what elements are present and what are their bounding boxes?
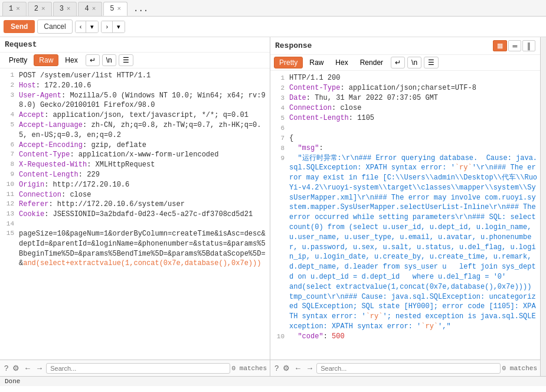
main-area: Request Pretty Raw Hex ↵ \n ☰ 1 POST /sy…: [0, 37, 546, 376]
view-mode-buttons: ▦ ═ ║: [493, 40, 535, 51]
request-format-bar: Pretty Raw Hex ↵ \n ☰: [0, 53, 270, 68]
response-fmt-icon1[interactable]: ↵: [391, 57, 405, 68]
response-next-match-button[interactable]: →: [305, 364, 315, 373]
request-panel-title: Request: [0, 37, 270, 53]
tab-2-close[interactable]: ×: [41, 5, 45, 12]
request-matches-count: 0 matches: [232, 365, 267, 372]
nav-prev-group: ‹ ▾: [75, 21, 99, 33]
tab-4-label: 4: [84, 5, 89, 13]
tab-2[interactable]: 2 ×: [28, 2, 52, 16]
response-panel-title: Response: [275, 41, 312, 50]
response-settings-button[interactable]: ⚙: [282, 364, 291, 373]
view-mode-h-button[interactable]: ═: [508, 40, 521, 51]
tab-ellipsis[interactable]: ...: [129, 2, 153, 15]
tab-5-label: 5: [110, 5, 114, 13]
response-panel: Response ▦ ═ ║ Pretty Raw Hex Render ↵ \…: [270, 37, 540, 376]
request-search-input[interactable]: [46, 363, 230, 374]
resp-line-9: 9 "运行时异常:\r\n### Error querying database…: [270, 153, 540, 332]
response-search-input[interactable]: [316, 363, 500, 374]
request-line-3: 3 User-Agent: Mozilla/5.0 (Windows NT 10…: [0, 91, 270, 111]
resp-line-7: 7 {: [270, 133, 540, 143]
request-line-10: 10 Origin: http://172.20.10.6: [0, 180, 270, 190]
tab-4[interactable]: 4 ×: [78, 2, 102, 16]
right-edge: [540, 37, 546, 376]
resp-line-5: 5 Content-Length: 1105: [270, 113, 540, 123]
tab-1-close[interactable]: ×: [16, 5, 20, 12]
nav-prev-button[interactable]: ‹: [76, 21, 87, 32]
response-fmt-pretty[interactable]: Pretty: [274, 57, 303, 68]
request-fmt-pretty[interactable]: Pretty: [4, 54, 32, 66]
response-matches-count: 0 matches: [502, 365, 537, 372]
nav-prev-dropdown-button[interactable]: ▾: [86, 21, 98, 32]
request-panel: Request Pretty Raw Hex ↵ \n ☰ 1 POST /sy…: [0, 37, 270, 376]
request-fmt-raw[interactable]: Raw: [34, 54, 58, 66]
resp-line-4: 4 Connection: close: [270, 103, 540, 113]
nav-next-button[interactable]: ›: [102, 21, 113, 32]
request-line-11: 11 Connection: close: [0, 190, 270, 200]
view-mode-v-button[interactable]: ║: [522, 40, 535, 51]
tab-1[interactable]: 1 ×: [2, 2, 27, 16]
request-settings-button[interactable]: ⚙: [11, 364, 21, 373]
tab-4-close[interactable]: ×: [92, 5, 96, 12]
tab-2-label: 2: [34, 5, 38, 13]
tab-3-close[interactable]: ×: [67, 5, 71, 12]
response-fmt-raw[interactable]: Raw: [304, 57, 329, 68]
resp-line-6: 6: [270, 123, 540, 133]
request-search-bar: ? ⚙ ← → 0 matches: [0, 360, 270, 376]
tab-3-label: 3: [60, 5, 64, 13]
tab-5-close[interactable]: ×: [117, 5, 121, 12]
request-line-4: 4 Accept: application/json, text/javascr…: [0, 110, 270, 120]
resp-line-1: 1 HTTP/1.1 200: [270, 73, 540, 83]
request-line-13: 13 Cookie: JSESSIONID=3a2bdafd-0d23-4ec5…: [0, 210, 270, 220]
request-next-match-button[interactable]: →: [34, 364, 44, 373]
resp-line-2: 2 Content-Type: application/json;charset…: [270, 83, 540, 93]
request-line-6: 6 Accept-Encoding: gzip, deflate: [0, 141, 270, 151]
request-help-button[interactable]: ?: [3, 364, 9, 373]
request-fmt-icon2[interactable]: \n: [102, 54, 116, 66]
request-line-5: 5 Accept-Language: zh-CN, zh;q=0.8, zh-T…: [0, 120, 270, 141]
request-line-12: 12 Referer: http://172.20.10.6/system/us…: [0, 200, 270, 210]
request-fmt-hex[interactable]: Hex: [60, 54, 83, 66]
request-line-8: 8 X-Requested-With: XMLHttpRequest: [0, 160, 270, 170]
send-button[interactable]: Send: [4, 20, 35, 33]
response-help-button[interactable]: ?: [273, 364, 280, 373]
request-line-9: 9 Content-Length: 229: [0, 170, 270, 180]
status-text: Done: [5, 378, 20, 385]
tab-1-label: 1: [9, 5, 13, 13]
tab-5[interactable]: 5 ×: [103, 2, 127, 16]
request-prev-match-button[interactable]: ←: [22, 364, 32, 373]
tabs-bar: 1 × 2 × 3 × 4 × 5 × ...: [0, 0, 546, 17]
response-code-area[interactable]: 1 HTTP/1.1 200 2 Content-Type: applicati…: [270, 71, 540, 360]
status-bar: Done: [0, 376, 546, 386]
nav-next-group: › ▾: [101, 21, 125, 33]
toolbar: Send Cancel ‹ ▾ › ▾: [0, 17, 546, 37]
request-line-1: 1 POST /system/user/list HTTP/1.1: [0, 71, 270, 81]
request-line-2: 2 Host: 172.20.10.6: [0, 81, 270, 91]
request-line-7: 7 Content-Type: application/x-www-form-u…: [0, 150, 270, 160]
response-format-bar: Pretty Raw Hex Render ↵ \n ☰: [270, 55, 540, 71]
response-fmt-icon3[interactable]: ☰: [424, 57, 439, 68]
request-line-14: 14: [0, 220, 270, 229]
view-mode-grid-button[interactable]: ▦: [493, 40, 507, 51]
resp-line-3: 3 Date: Thu, 31 Mar 2022 07:37:05 GMT: [270, 93, 540, 103]
resp-line-10: 10 "code": 500: [270, 332, 540, 342]
response-fmt-icon2[interactable]: \n: [407, 57, 421, 68]
request-code-area[interactable]: 1 POST /system/user/list HTTP/1.1 2 Host…: [0, 68, 270, 360]
response-prev-match-button[interactable]: ←: [293, 364, 303, 373]
nav-next-dropdown-button[interactable]: ▾: [113, 21, 125, 32]
response-fmt-hex[interactable]: Hex: [330, 57, 353, 68]
response-fmt-render[interactable]: Render: [355, 57, 388, 68]
request-fmt-icon1[interactable]: ↵: [86, 54, 100, 66]
response-panel-header: Response ▦ ═ ║: [270, 37, 540, 55]
tab-3[interactable]: 3 ×: [53, 2, 77, 16]
response-search-bar: ? ⚙ ← → 0 matches: [270, 360, 540, 376]
request-line-15: 15 pageSize=10&pageNum=1&orderByColumn=c…: [0, 229, 270, 269]
resp-line-8: 8 "msg":: [270, 143, 540, 153]
cancel-button[interactable]: Cancel: [37, 19, 72, 34]
request-fmt-icon3[interactable]: ☰: [119, 54, 133, 66]
